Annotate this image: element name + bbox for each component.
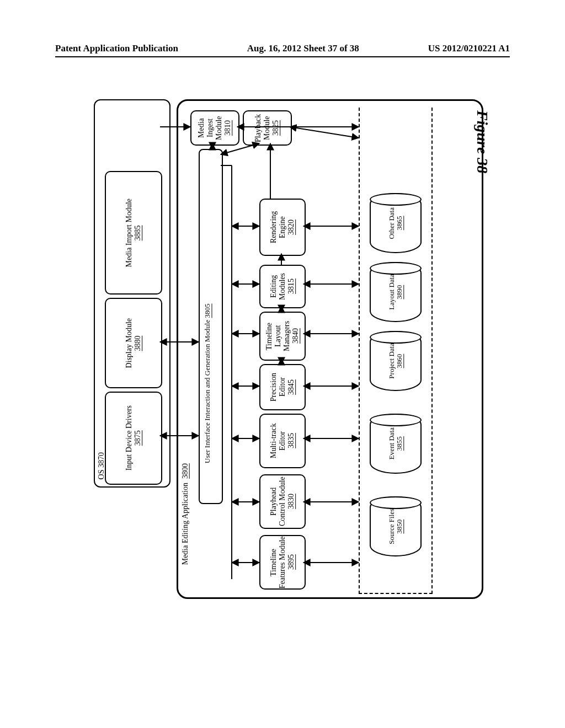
header-rule	[55, 56, 510, 57]
header-right: US 2012/0210221 A1	[428, 43, 510, 54]
header-left: Patent Application Publication	[55, 43, 178, 54]
header-mid: Aug. 16, 2012 Sheet 37 of 38	[247, 43, 359, 54]
diagram-stage: OS 3870 Input Device Drivers3875 Display…	[94, 99, 480, 607]
svg-line-26	[290, 127, 359, 138]
page: Patent Application Publication Aug. 16, …	[0, 0, 565, 728]
svg-line-17	[221, 143, 259, 154]
connectors	[94, 99, 480, 607]
page-header: Patent Application Publication Aug. 16, …	[55, 43, 510, 54]
